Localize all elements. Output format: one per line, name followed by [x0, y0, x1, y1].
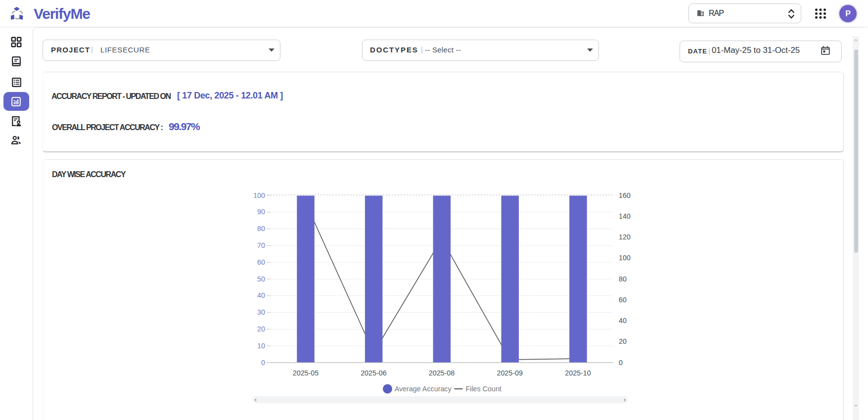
svg-text:80: 80: [619, 275, 627, 283]
svg-text:20: 20: [619, 337, 627, 345]
svg-text:140: 140: [619, 212, 631, 220]
svg-text:160: 160: [619, 191, 631, 199]
svg-text:70: 70: [257, 241, 265, 249]
svg-text:40: 40: [257, 291, 265, 299]
svg-text:60: 60: [257, 258, 265, 266]
svg-text:100: 100: [619, 254, 631, 262]
svg-text:2025-06: 2025-06: [361, 369, 387, 377]
svg-text:10: 10: [257, 342, 265, 350]
svg-text:20: 20: [257, 325, 265, 333]
svg-text:2025-10: 2025-10: [565, 369, 591, 377]
svg-text:30: 30: [257, 308, 265, 316]
svg-text:0: 0: [619, 359, 623, 367]
svg-text:120: 120: [619, 233, 631, 241]
svg-text:60: 60: [619, 296, 627, 304]
svg-text:Average Accuracy: Average Accuracy: [395, 385, 452, 393]
svg-text:2025-09: 2025-09: [497, 369, 523, 377]
svg-text:2025-05: 2025-05: [293, 369, 319, 377]
svg-text:50: 50: [257, 275, 265, 283]
svg-text:80: 80: [257, 225, 265, 233]
svg-text:0: 0: [261, 359, 265, 367]
svg-text:Files Count: Files Count: [466, 385, 502, 393]
svg-text:100: 100: [253, 191, 265, 199]
svg-text:90: 90: [257, 208, 265, 216]
svg-text:40: 40: [619, 317, 627, 325]
svg-text:2025-08: 2025-08: [429, 369, 455, 377]
